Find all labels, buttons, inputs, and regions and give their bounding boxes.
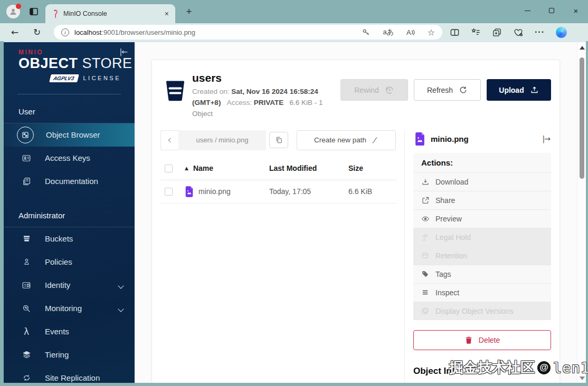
refresh-icon [459, 85, 468, 94]
panel-collapse-icon[interactable]: |→ [543, 134, 550, 143]
password-key-icon[interactable] [362, 28, 370, 36]
back-button[interactable]: ← [7, 27, 22, 37]
maximize-button[interactable] [539, 0, 564, 21]
close-button[interactable]: × [564, 0, 588, 21]
rewind-button[interactable]: Rewind [340, 79, 408, 101]
sidebar-item-identity[interactable]: Identity [4, 274, 135, 297]
split-screen-icon[interactable] [450, 27, 460, 37]
sidebar-item-object-browser[interactable]: Object Browser [4, 123, 135, 147]
scroll-up-arrow[interactable] [580, 46, 585, 50]
scroll-down-arrow[interactable] [580, 377, 585, 380]
copy-path-button[interactable] [269, 132, 288, 148]
sidebar-item-site-replication[interactable]: Site Replication [4, 366, 135, 383]
last-modified-header[interactable]: Last Modified [269, 164, 348, 172]
download-icon [421, 178, 430, 186]
action-share[interactable]: Share [413, 191, 551, 209]
action-tags[interactable]: Tags [413, 265, 551, 283]
copy-icon [275, 136, 283, 144]
refresh-button[interactable]: Refresh [414, 79, 481, 101]
browser-tab-minio-console[interactable]: MinIO Console × [45, 4, 175, 23]
sidebar-divider [17, 94, 121, 94]
sidebar-item-access-keys[interactable]: Access Keys [4, 147, 135, 170]
object-name-cell[interactable]: minio.png [185, 186, 269, 197]
main-content: users Created on: Sat, Nov 16 2024 16:58… [135, 42, 577, 383]
sidebar-item-documentation[interactable]: Documentation [4, 170, 135, 193]
translate-icon[interactable]: aあ [383, 27, 394, 37]
maximize-icon [549, 8, 554, 13]
sidebar-item-label: Monitoring [45, 304, 82, 313]
person-icon [9, 7, 17, 16]
monitoring-icon [21, 304, 32, 313]
legal-hold-icon [421, 233, 430, 241]
policies-icon [21, 257, 32, 266]
object-modified-cell: Today, 17:05 [269, 187, 348, 196]
bucket-card: users Created on: Sat, Nov 16 2024 16:58… [151, 60, 560, 383]
reload-button[interactable]: ↻ [30, 27, 44, 37]
breadcrumb-back-button[interactable] [160, 130, 178, 150]
favorites-list-icon[interactable] [471, 27, 481, 37]
sidebar-item-tiering[interactable]: Tiering [4, 343, 135, 366]
access-label: Access: [227, 99, 252, 107]
url-host: localhost [74, 28, 101, 36]
url-path: :9001/browser/users/minio.png [101, 28, 195, 36]
tag-icon [421, 270, 430, 278]
versions-icon [421, 307, 430, 315]
collections-icon[interactable] [492, 27, 502, 37]
sidebar-item-events[interactable]: λ Events [4, 320, 135, 343]
name-header[interactable]: ▲ Name [185, 164, 269, 172]
scrollbar-thumb[interactable] [580, 57, 584, 179]
url-text[interactable]: localhost:9001/browser/users/minio.png [74, 28, 356, 36]
copilot-icon[interactable] [556, 27, 567, 38]
detail-title-row: minio.png |→ [413, 130, 551, 153]
minimize-button[interactable] [515, 0, 539, 21]
new-tab-button[interactable]: + [182, 4, 196, 19]
bucket-size: 6.6 KiB - [289, 99, 317, 107]
image-file-icon [185, 186, 194, 197]
header-buttons: Rewind Refresh Upload [340, 79, 551, 101]
sidebar-item-label: Events [45, 327, 69, 336]
table-header-row: ▲ Name Last Modified Size [160, 157, 397, 180]
sidebar-item-label: Buckets [45, 234, 73, 243]
browser-profile-avatar[interactable] [6, 5, 20, 18]
tab-strip: MinIO Console × + × [0, 0, 588, 23]
read-aloud-icon[interactable]: A [406, 28, 415, 36]
sidebar-collapse-icon[interactable]: |← [120, 47, 127, 56]
sidebar-item-buckets[interactable]: Buckets [4, 227, 135, 250]
toolbar-extensions: ··· [450, 27, 567, 38]
site-info-icon[interactable]: i [61, 28, 69, 36]
minimize-icon [525, 11, 530, 11]
upload-button[interactable]: Upload [487, 79, 551, 101]
license-label: LICENSE [83, 75, 121, 81]
inspect-icon [421, 288, 430, 296]
size-header[interactable]: Size [348, 164, 397, 172]
row-checkbox[interactable] [165, 188, 173, 196]
browser-essentials-icon[interactable] [513, 27, 524, 37]
delete-button[interactable]: Delete [413, 330, 551, 350]
workspaces-icon[interactable] [29, 6, 39, 17]
create-new-path-button[interactable]: Create new path [297, 130, 396, 150]
detail-file-name: minio.png [431, 134, 469, 143]
tab-close-button[interactable]: × [165, 9, 169, 18]
sidebar: |← MINIO OBJECT STORE AGPLV3 LICENSE Use… [4, 42, 135, 383]
select-all-checkbox[interactable] [165, 165, 173, 172]
product-title: OBJECT STORE [18, 56, 135, 72]
tiering-layers-icon [21, 350, 32, 359]
sidebar-item-policies[interactable]: Policies [4, 250, 135, 274]
object-browser-body: users / minio.png Create new path [160, 130, 551, 383]
object-size-cell: 6.6 KiB [348, 187, 397, 196]
favorite-star-icon[interactable]: ☆ [428, 27, 435, 37]
action-download[interactable]: Download [413, 172, 551, 191]
settings-more-icon[interactable]: ··· [535, 27, 545, 37]
sidebar-item-monitoring[interactable]: Monitoring [4, 297, 135, 320]
rewind-clock-icon [385, 85, 394, 95]
share-icon [421, 196, 430, 205]
page-scrollbar[interactable] [577, 42, 586, 383]
trash-icon [464, 336, 473, 344]
watermark-handle: len1 [553, 360, 588, 376]
license-row: AGPLV3 LICENSE [50, 74, 135, 82]
action-inspect[interactable]: Inspect [413, 283, 551, 302]
address-bar[interactable]: i localhost:9001/browser/users/minio.png… [54, 25, 442, 40]
table-row[interactable]: minio.png Today, 17:05 6.6 KiB [160, 180, 397, 204]
breadcrumb: users / minio.png [178, 130, 266, 150]
action-preview[interactable]: Preview [413, 209, 551, 228]
